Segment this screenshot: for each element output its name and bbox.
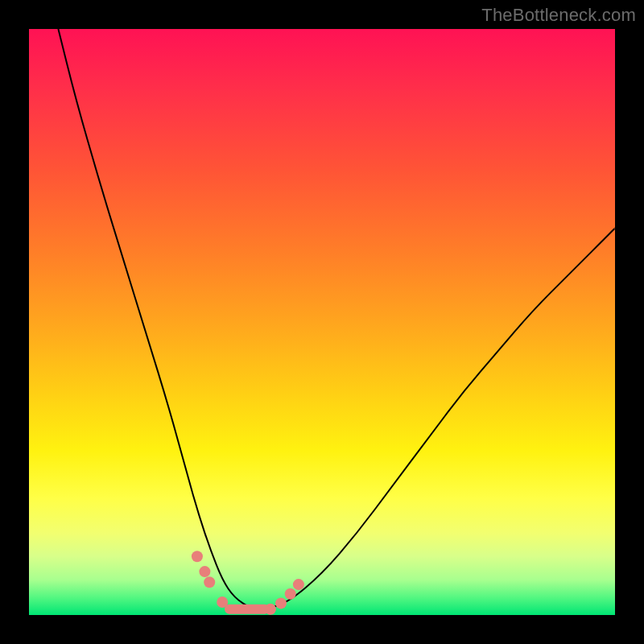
chart-frame: TheBottleneck.com [0,0,644,644]
curve-marker-dot [293,579,304,590]
watermark-text: TheBottleneck.com [481,5,636,26]
gradient-plot-area [29,29,615,615]
curve-marker-dot [199,566,210,577]
curve-marker-dot [275,597,287,609]
curve-svg [29,29,615,615]
marker-layer [192,551,304,615]
curve-marker-dot [285,588,296,600]
curve-marker-dot [204,576,215,588]
curve-marker-dot [192,551,203,562]
bottleneck-curve [58,29,615,609]
